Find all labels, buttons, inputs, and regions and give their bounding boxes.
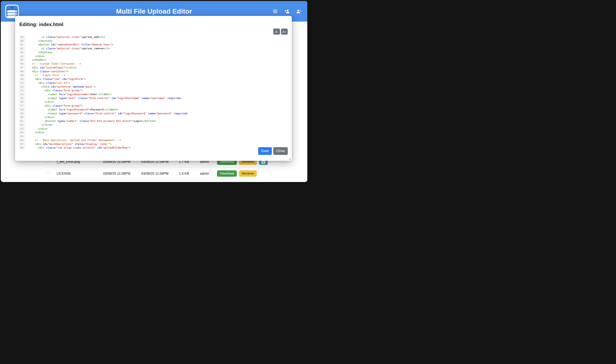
code-line: 49 <!-- Login Form --> (19, 73, 288, 77)
code-line: 57 <div class="form-group"> (19, 104, 288, 108)
line-number: 43 (19, 51, 25, 54)
created-date: 03/09/25 11:58PM (141, 172, 179, 175)
code-line: 41 <button id="removeUserBtn" title="Rem… (19, 43, 288, 47)
code-line: 47 <div id="customToast"></div> (19, 66, 288, 70)
line-number: 49 (19, 73, 25, 77)
resize-grip-icon[interactable] (288, 157, 291, 160)
line-number: 61 (19, 119, 25, 123)
code-line: 51 <div class="col-12"> (19, 81, 288, 85)
line-number: 48 (19, 70, 25, 74)
modal-title: Editing: index.html (19, 22, 63, 27)
line-number: 62 (19, 123, 25, 127)
code-line: 52 <form id="authForm" method="post"> (19, 85, 288, 89)
line-number: 47 (19, 66, 25, 70)
browser-window: Multi File Upload Editor I_am_Error.png (1, 1, 307, 182)
code-line: 56 </div> (19, 100, 288, 104)
code-editor[interactable]: 39 <i class="material-icons">person_add<… (19, 35, 288, 150)
code-line: 66 <!-- Main Operations: Upload and Fold… (19, 138, 288, 142)
person-remove-icon[interactable] (296, 9, 301, 14)
page-title: Multi File Upload Editor (1, 8, 307, 15)
code-line: 58 <label for="loginPassword">Password:<… (19, 108, 288, 112)
code-line: 46 <!-- Custom Toast Container --> (19, 62, 288, 66)
line-number: 42 (19, 47, 25, 51)
line-number: 45 (19, 58, 25, 62)
file-size: 1.0 KB (179, 172, 200, 175)
code-line: 50 <div class="row" id="loginForm"> (19, 77, 288, 81)
line-number: 65 (19, 134, 25, 138)
code-line: 53 <div class="form-group"> (19, 89, 288, 92)
font-size-controls: A- A+ (273, 28, 288, 35)
line-number: 41 (19, 43, 25, 47)
line-number: 63 (19, 127, 25, 131)
line-number: 59 (19, 112, 25, 116)
line-number: 44 (19, 54, 25, 58)
code-line: 63 </div> (19, 127, 288, 131)
code-line: 67 <div id="mainOperations" style="displ… (19, 142, 288, 146)
file-name: LICENSE (57, 172, 103, 175)
line-number: 60 (19, 115, 25, 119)
table-row: README.md03/10/25 12:50AM03/09/25 11:58P… (44, 179, 266, 182)
code-line: 43 </button> (19, 51, 288, 54)
code-line: 44 </div> (19, 54, 288, 58)
rename-button[interactable]: Rename (239, 170, 257, 177)
row-checkbox[interactable] (46, 171, 50, 175)
modal-actions: Save Close (258, 147, 288, 155)
code-line: 62 </form> (19, 123, 288, 127)
download-button[interactable]: Download (217, 170, 237, 177)
row-actions: DownloadRename (217, 170, 266, 177)
person-add-icon[interactable] (284, 9, 290, 14)
line-number: 56 (19, 100, 25, 104)
font-decrease-button[interactable]: A- (273, 28, 280, 35)
font-increase-button[interactable]: A+ (281, 28, 288, 35)
line-number: 66 (19, 138, 25, 142)
code-line: 54 <label for="loginUsername">User:</lab… (19, 92, 288, 96)
code-line: 55 <input type="text" class="form-contro… (19, 96, 288, 100)
line-number: 68 (19, 146, 25, 150)
code-line: 42 <i class="material-icons">person_remo… (19, 47, 288, 51)
table-row: LICENSE03/09/25 11:58PM03/09/25 11:58PM1… (44, 167, 266, 179)
code-line: 60 </div> (19, 115, 288, 119)
line-number: 40 (19, 39, 25, 43)
line-number: 50 (19, 77, 25, 81)
code-line: 39 <i class="material-icons">person_add<… (19, 35, 288, 39)
line-number: 67 (19, 142, 25, 146)
line-number: 46 (19, 62, 25, 66)
code-line: 48 <div class="container"> (19, 70, 288, 74)
code-line: 40 </button> (19, 39, 288, 43)
code-line: 61 <button type="submit" class="btn btn-… (19, 119, 288, 123)
line-number: 52 (19, 85, 25, 89)
line-number: 64 (19, 131, 25, 134)
modified-date: 03/09/25 11:58PM (103, 172, 141, 175)
code-line: 59 <input type="password" class="form-co… (19, 112, 288, 116)
line-number: 51 (19, 81, 25, 85)
code-line: 68 <div class="row align-items-stretch" … (19, 146, 288, 150)
line-number: 54 (19, 92, 25, 96)
close-button[interactable]: Close (273, 147, 288, 155)
code-line: 64 </div> (19, 131, 288, 134)
line-number: 39 (19, 35, 25, 39)
code-line: 45 </header> (19, 58, 288, 62)
line-number: 57 (19, 104, 25, 108)
file-owner: admin (200, 172, 217, 175)
line-number: 55 (19, 96, 25, 100)
line-number: 53 (19, 89, 25, 92)
code-line: 65 (19, 134, 288, 138)
line-number: 58 (19, 108, 25, 112)
login-icon[interactable] (273, 9, 278, 14)
save-button[interactable]: Save (258, 147, 272, 155)
edit-file-modal: Editing: index.html A- A+ 39 <i class="m… (15, 16, 292, 161)
